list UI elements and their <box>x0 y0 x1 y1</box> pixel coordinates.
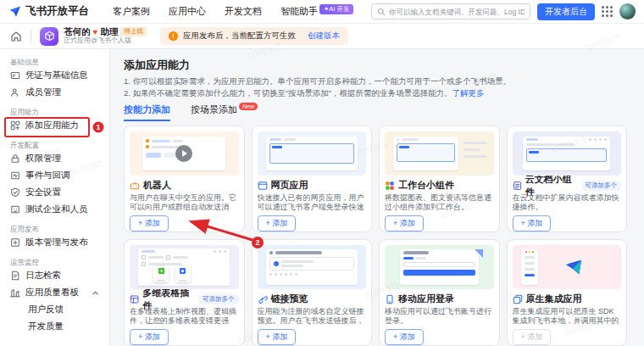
nav-item-cases[interactable]: 客户案例 <box>113 5 150 18</box>
card-workplace-widget: 工作台小组件 将数据图表、图文资讯等信息通过小组件添加到工作台。 + 添加 <box>379 126 500 232</box>
home-icon[interactable] <box>10 31 22 42</box>
test-org-icon <box>10 204 20 215</box>
card-web-app-title: 网页应用 <box>258 180 367 191</box>
capability-card-grid: 机器人 与用户在聊天中交互的应用。它可以向用户或群组自动发送消息，响应用户的消.… <box>124 126 627 346</box>
dev-console-button[interactable]: 开发者后台 <box>537 3 595 20</box>
sidebar: 基础信息 凭证与基础信息 成员管理 应用能力 添加应用能力 开发配置 权限管理 <box>0 49 110 346</box>
card-link-preview-desc: 应用能为注册的域名自定义链接预览。用户在飞书发送链接后，能在链接下方展示... <box>258 307 367 326</box>
heart-icon: ♥ <box>93 27 98 36</box>
card-badge: 可添加多个 <box>198 294 239 304</box>
nav-item-docs[interactable]: 开发文档 <box>225 5 262 18</box>
sidebar-section-basic-info: 基础信息 <box>0 54 109 67</box>
card-base-plugin-title: 多维表格插件 可添加多个 <box>130 293 239 304</box>
card-link-preview: 链接预览 应用能为注册的域名自定义链接预览。用户在飞书发送链接后，能在链接下方展… <box>252 239 373 346</box>
add-base-plugin-button[interactable]: + 添加 <box>130 329 169 345</box>
nav-item-appcenter[interactable]: 应用中心 <box>169 5 206 18</box>
new-badge: New <box>239 103 258 110</box>
card-mobile-login: 移动应用登录 移动应用可以通过飞书账号进行登录。 + 添加 <box>379 239 500 346</box>
add-docs-widget-button[interactable]: + 添加 <box>513 215 552 232</box>
app-icon <box>40 27 58 46</box>
card-docs-widget-title: 云文档小组件 可添加多个 <box>513 180 622 191</box>
card-mobile-login-illustration <box>385 245 494 289</box>
quality-dashboard-icon <box>10 287 20 298</box>
sidebar-item-members[interactable]: 成员管理 <box>0 84 109 101</box>
user-avatar[interactable] <box>619 3 636 20</box>
nav-right: 开发者后台 <box>371 3 636 20</box>
ai-dev-badge: ✦AI 开发 <box>319 4 353 14</box>
notice-text: 应用发布后，当前配置方可生效 <box>183 31 296 42</box>
tab-by-scenario[interactable]: 按场景添加New <box>191 103 258 120</box>
card-bot-title: 机器人 <box>130 180 239 191</box>
lock-icon <box>10 153 20 164</box>
sidebar-subitem-dev-quality[interactable]: 开发质量 <box>0 318 109 335</box>
add-web-app-button[interactable]: + 添加 <box>258 215 297 232</box>
sidebar-item-credentials[interactable]: 凭证与基础信息 <box>0 67 109 84</box>
workplace-widget-icon <box>385 181 395 191</box>
main-content: 添加应用能力 1. 你可以根据实际需求，为应用开启能力。单个应用可开启多种能力，… <box>110 49 644 346</box>
tab-by-capability[interactable]: 按能力添加 <box>124 103 170 121</box>
card-mobile-login-desc: 移动应用可以通过飞书账号进行登录。 <box>385 307 494 326</box>
feishu-logo <box>8 5 21 18</box>
sidebar-item-version-release[interactable]: 版本管理与发布 <box>0 234 109 251</box>
sidebar-section-dev-config: 开发配置 <box>0 137 109 150</box>
nav-item-assistant[interactable]: 智能助手✦AI 开发 <box>280 5 353 18</box>
add-capability-icon <box>10 120 20 131</box>
sidebar-item-events[interactable]: 事件与回调 <box>0 167 109 184</box>
chevron-up-icon[interactable] <box>92 289 99 297</box>
app-meta: 苍何的♥助理 待上线 正式应用@飞书个人版 <box>64 27 147 45</box>
card-docs-widget: 云文档小组件 可添加多个 在云文档中扩展内容或者添加快捷操作。 + 添加 <box>507 126 628 232</box>
sidebar-item-test-org[interactable]: 测试企业和人员 <box>0 201 109 218</box>
sidebar-item-add-capability[interactable]: 添加应用能力 <box>0 117 109 134</box>
alert-icon: ! <box>169 31 178 41</box>
add-link-preview-button[interactable]: + 添加 <box>258 329 297 345</box>
app-subtitle: 正式应用@飞书个人版 <box>64 37 147 45</box>
sidebar-section-release: 应用发布 <box>0 221 109 234</box>
version-release-icon <box>10 237 20 248</box>
card-link-preview-illustration <box>258 245 367 289</box>
card-base-plugin-illustration <box>130 245 239 289</box>
sidebar-subitem-user-feedback[interactable]: 用户反馈 <box>0 301 109 318</box>
add-bot-button[interactable]: + 添加 <box>130 215 169 232</box>
card-web-app-desc: 快速接入已有的网页应用，用户可以通过飞书客户端免登录快速进入。 <box>258 193 367 212</box>
card-docs-widget-desc: 在云文档中扩展内容或者添加快捷操作。 <box>513 193 622 212</box>
card-bot-illustration <box>130 131 239 176</box>
top-navbar: 飞书开放平台 客户案例 应用中心 开发文档 智能助手✦AI 开发 开发者后台 <box>0 0 644 24</box>
sidebar-item-security[interactable]: 安全设置 <box>0 184 109 201</box>
create-version-link[interactable]: 创建版本 <box>308 31 340 42</box>
add-workplace-widget-button[interactable]: + 添加 <box>385 215 424 232</box>
apps-grid-icon[interactable] <box>602 6 613 17</box>
card-native-app: 原生集成应用 原生集成应用可以把原生 SDK 集成到飞书本地，并调用其中的对应方… <box>507 239 628 346</box>
sidebar-item-quality-dashboard[interactable]: 应用质量看板 <box>0 284 109 301</box>
app-name: 苍何的♥助理 待上线 <box>64 27 147 37</box>
desc-line-1: 1. 你可以根据实际需求，为应用开启能力。单个应用可开启多种能力，一个能力可用于… <box>124 75 627 87</box>
card-base-plugin: 多维表格插件 可添加多个 在多维表格上制作视图、逻辑插件，让您的多维表格变得更强… <box>124 239 245 346</box>
card-link-preview-title: 链接预览 <box>258 293 367 304</box>
card-bot: 机器人 与用户在聊天中交互的应用。它可以向用户或群组自动发送消息，响应用户的消.… <box>124 126 245 232</box>
add-mobile-login-button[interactable]: + 添加 <box>385 329 424 345</box>
play-icon <box>182 150 187 157</box>
native-app-icon <box>513 294 523 304</box>
search-input[interactable] <box>389 8 525 16</box>
brand-title: 飞书开放平台 <box>25 4 89 19</box>
shield-icon <box>10 187 20 198</box>
feishu-mark <box>564 258 583 276</box>
search-box[interactable] <box>371 3 530 20</box>
docs-widget-icon <box>513 181 522 191</box>
link-preview-icon <box>258 294 268 304</box>
app-bar: 苍何的♥助理 待上线 正式应用@飞书个人版 ! 应用发布后，当前配置方可生效 创… <box>0 24 644 49</box>
sidebar-section-monitor: 运营监控 <box>0 254 109 267</box>
member-icon <box>10 87 20 98</box>
brand[interactable]: 飞书开放平台 <box>8 4 89 19</box>
sidebar-section-capability: 应用能力 <box>0 104 109 117</box>
page-description: 1. 你可以根据实际需求，为应用开启能力。单个应用可开启多种能力，一个能力可用于… <box>124 75 627 99</box>
card-native-app-illustration <box>513 245 622 289</box>
card-native-app-desc: 原生集成应用可以把原生 SDK 集成到飞书本地，并调用其中的对应方法，为用户提.… <box>513 307 622 326</box>
base-plugin-icon <box>130 294 139 304</box>
card-native-app-title: 原生集成应用 <box>513 293 622 304</box>
learn-more-link[interactable]: 了解更多 <box>452 88 484 98</box>
play-button[interactable] <box>175 145 192 162</box>
nav-menu: 客户案例 应用中心 开发文档 智能助手✦AI 开发 <box>113 5 353 18</box>
page-title: 添加应用能力 <box>124 58 627 73</box>
sidebar-item-permissions[interactable]: 权限管理 <box>0 150 109 167</box>
sidebar-item-log-search[interactable]: 日志检索 <box>0 267 109 284</box>
